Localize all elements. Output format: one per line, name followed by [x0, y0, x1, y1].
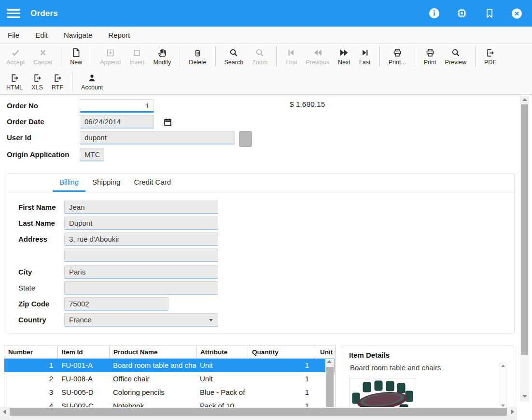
state-input[interactable]	[64, 281, 218, 295]
info-icon[interactable]	[429, 8, 440, 19]
bookmark-icon[interactable]	[484, 8, 495, 19]
table-row[interactable]: 4 SU-002-C Notebook Pack of 10 1	[4, 399, 335, 407]
order-date-label: Order Date	[7, 115, 44, 129]
address2-input[interactable]	[64, 248, 218, 262]
printer-icon	[425, 47, 435, 58]
skip-first-icon	[287, 47, 295, 58]
city-input[interactable]	[64, 265, 218, 279]
last-button[interactable]: Last	[355, 46, 375, 67]
toolbar-separator	[91, 46, 91, 67]
bottom-gutter	[0, 417, 517, 420]
page-horizontal-scrollbar[interactable]	[0, 407, 517, 417]
new-button[interactable]: New	[66, 46, 86, 67]
scrollbar-thumb[interactable]	[521, 104, 528, 355]
scroll-left-button[interactable]	[0, 407, 9, 417]
square-icon	[133, 47, 141, 58]
x-mark-icon	[39, 47, 47, 58]
close-icon[interactable]	[511, 8, 522, 19]
rewind-icon	[313, 47, 322, 58]
col-item-id[interactable]: Item Id	[57, 346, 109, 358]
check-icon	[11, 47, 20, 58]
menubar: File Edit Navigate Report	[0, 27, 532, 44]
table-row[interactable]: 2 FU-008-A Office chair Unit 1	[4, 372, 335, 386]
table-row[interactable]: 3 SU-005-D Coloring pencils Blue - Pack …	[4, 386, 335, 399]
search-button[interactable]: Search	[220, 46, 248, 67]
scroll-left-icon	[3, 409, 6, 414]
toolbar-separator	[180, 46, 180, 67]
hand-icon	[157, 47, 167, 58]
magnifier-icon	[451, 47, 461, 58]
table-vertical-scrollbar[interactable]	[325, 359, 335, 407]
form-content: Order No $ 1,680.15 Order Date User Id O…	[0, 95, 532, 420]
print-dialog-button[interactable]: Print...	[384, 46, 410, 67]
next-button[interactable]: Next	[334, 46, 355, 67]
tab-billing[interactable]: Billing	[53, 174, 85, 192]
forward-icon	[339, 47, 349, 58]
delete-button[interactable]: Delete	[184, 46, 210, 67]
col-product-name[interactable]: Product Name	[109, 346, 196, 358]
append-button[interactable]: Append	[96, 46, 125, 67]
account-button[interactable]: Account	[77, 71, 107, 92]
menu-navigate[interactable]: Navigate	[64, 31, 92, 39]
rtf-export-button[interactable]: RTF	[47, 71, 68, 92]
tab-credit-card[interactable]: Credit Card	[127, 174, 178, 192]
magnifier-icon	[229, 47, 238, 58]
table-row[interactable]: 1 FU-001-A Board room table and chairs U…	[4, 359, 335, 372]
col-attribute[interactable]: Attribute	[196, 346, 248, 358]
debug-chip-icon[interactable]	[456, 8, 467, 19]
user-id-input[interactable]	[80, 131, 235, 145]
scroll-up-icon[interactable]	[501, 364, 505, 367]
zoom-button[interactable]: Zoom	[248, 46, 272, 67]
address-input[interactable]	[64, 232, 218, 246]
new-document-icon	[71, 47, 81, 58]
scroll-right-button[interactable]	[508, 407, 517, 417]
html-export-button[interactable]: HTML	[2, 71, 27, 92]
orders-window: Orders File Edit Navigate Report	[0, 0, 532, 420]
first-button[interactable]: First	[281, 46, 301, 67]
order-date-input[interactable]	[80, 115, 154, 129]
item-details-scrollbar[interactable]	[500, 362, 507, 409]
item-details-title: Item Details	[342, 346, 514, 359]
city-label: City	[18, 265, 32, 279]
cancel-button[interactable]: Cancel	[29, 46, 56, 67]
origin-application-input[interactable]	[80, 148, 104, 161]
first-name-input[interactable]	[64, 201, 218, 214]
scrollbar-thumb[interactable]	[326, 367, 334, 407]
pdf-export-button[interactable]: PDF	[480, 46, 501, 67]
scroll-down-button[interactable]	[520, 392, 529, 400]
toolbar-row-2: HTML XLS RTF Account	[0, 69, 532, 94]
menu-report[interactable]: Report	[108, 31, 130, 39]
hamburger-menu-icon[interactable]	[7, 9, 20, 18]
skip-last-icon	[361, 47, 369, 58]
table-header: Number Item Id Product Name Attribute Qu…	[4, 346, 335, 359]
preview-button[interactable]: Preview	[441, 46, 471, 67]
window-title: Orders	[30, 9, 58, 18]
print-button[interactable]: Print	[420, 46, 441, 67]
scroll-up-button[interactable]	[520, 96, 529, 103]
menu-file[interactable]: File	[8, 31, 19, 39]
toolbar-row-1: Accept Cancel New Append Insert	[0, 44, 532, 69]
accept-button[interactable]: Accept	[2, 46, 29, 67]
menu-edit[interactable]: Edit	[35, 31, 48, 39]
col-number[interactable]: Number	[4, 346, 57, 358]
zip-code-input[interactable]	[64, 297, 168, 311]
xls-export-button[interactable]: XLS	[27, 71, 47, 92]
previous-button[interactable]: Previous	[301, 46, 334, 67]
modify-button[interactable]: Modify	[149, 46, 176, 67]
country-select[interactable]: France	[64, 313, 218, 327]
scrollbar-thumb[interactable]	[10, 408, 507, 416]
scroll-up-icon[interactable]	[327, 360, 332, 363]
user-lookup-button[interactable]	[239, 131, 252, 147]
toolbar-separator	[276, 46, 277, 67]
tab-shipping[interactable]: Shipping	[85, 174, 127, 192]
order-no-input[interactable]	[80, 99, 154, 113]
col-unit-price[interactable]: Unit Price	[316, 346, 335, 358]
last-name-input[interactable]	[64, 217, 218, 230]
country-value: France	[69, 316, 92, 324]
col-quantity[interactable]: Quantity	[248, 346, 316, 358]
page-vertical-scrollbar[interactable]	[520, 96, 529, 402]
calendar-icon[interactable]	[164, 118, 172, 128]
order-no-label: Order No	[7, 99, 38, 113]
toolbar-separator	[475, 46, 476, 67]
insert-button[interactable]: Insert	[125, 46, 149, 67]
